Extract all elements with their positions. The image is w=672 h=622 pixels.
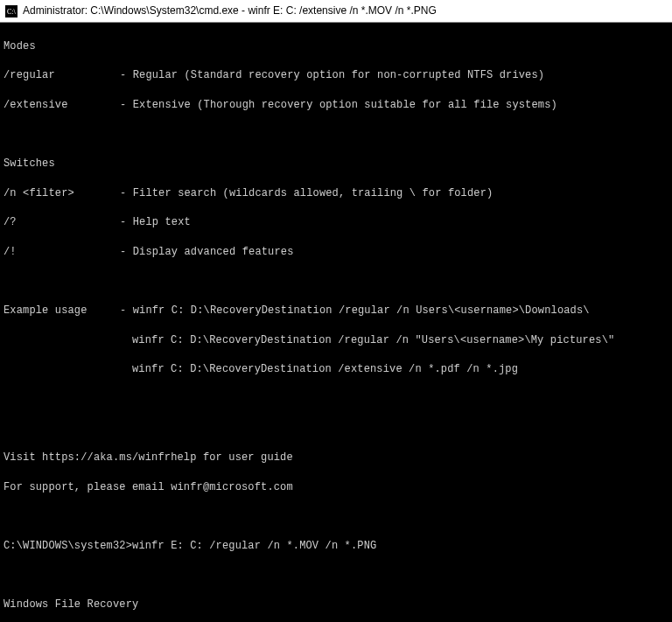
example-2: winfr C: D:\RecoveryDestination /regular… <box>4 333 668 348</box>
blank <box>4 509 668 524</box>
pad <box>4 362 132 377</box>
desc: Regular (Standard recovery option for no… <box>133 69 544 81</box>
cmd-icon: C:\ <box>5 5 18 17</box>
example-header: Example usage <box>4 304 120 318</box>
modes-header: Modes <box>4 39 668 54</box>
desc: Filter search (wildcards allowed, traili… <box>133 187 494 199</box>
switch-filter: /n <filter>- Filter search (wildcards al… <box>4 186 668 201</box>
flag: /extensive <box>4 98 120 113</box>
prompt-path: C:\WINDOWS\system32> <box>4 540 132 552</box>
blank <box>4 392 668 407</box>
visit-url: Visit https://aka.ms/winfrhelp for user … <box>4 451 668 465</box>
desc: Help text <box>133 216 191 228</box>
dash: - <box>120 187 133 199</box>
terminal-output: Modes /regular- Regular (Standard recove… <box>0 23 672 622</box>
dash: - <box>120 246 133 258</box>
flag: /? <box>4 215 120 230</box>
flag: /n <filter> <box>4 186 120 201</box>
dash: - <box>120 69 133 81</box>
blank <box>4 422 668 437</box>
example-3: winfr C: D:\RecoveryDestination /extensi… <box>4 362 668 377</box>
example-cmd: winfr C: D:\RecoveryDestination /regular… <box>133 304 590 317</box>
switch-help: /?- Help text <box>4 215 668 230</box>
desc: Extensive (Thorough recovery option suit… <box>133 99 557 111</box>
desc: Display advanced features <box>133 246 294 258</box>
switches-header: Switches <box>4 157 668 171</box>
wfr-title: Windows File Recovery <box>4 598 668 612</box>
example-cmd: winfr C: D:\RecoveryDestination /extensi… <box>132 363 518 375</box>
blank <box>4 568 668 583</box>
example-1: Example usage- winfr C: D:\RecoveryDesti… <box>4 304 668 318</box>
support-email: For support, please email winfr@microsof… <box>4 480 668 495</box>
mode-regular: /regular- Regular (Standard recovery opt… <box>4 68 668 83</box>
window-title: Administrator: C:\Windows\System32\cmd.e… <box>23 3 437 18</box>
blank <box>4 275 668 290</box>
prompt-cmd: winfr E: C: /regular /n *.MOV /n *.PNG <box>132 540 376 552</box>
example-cmd: winfr C: D:\RecoveryDestination /regular… <box>132 334 614 346</box>
flag: /regular <box>4 68 120 83</box>
svg-text:C:\: C:\ <box>7 8 17 16</box>
dash: - <box>120 304 133 317</box>
switch-advanced: /!- Display advanced features <box>4 245 668 260</box>
flag: /! <box>4 245 120 260</box>
prompt-1[interactable]: C:\WINDOWS\system32>winfr E: C: /regular… <box>4 539 668 554</box>
window-titlebar[interactable]: C:\ Administrator: C:\Windows\System32\c… <box>0 0 672 23</box>
dash: - <box>120 216 133 228</box>
blank <box>4 128 668 143</box>
dash: - <box>120 99 133 111</box>
mode-extensive: /extensive- Extensive (Thorough recovery… <box>4 98 668 113</box>
pad <box>4 333 132 348</box>
